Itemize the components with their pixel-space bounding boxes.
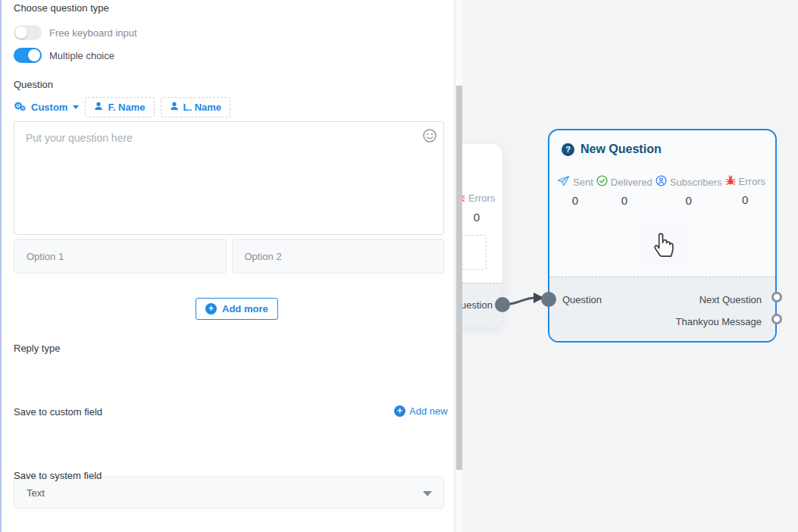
add-more-button[interactable]: + Add more xyxy=(196,298,278,320)
save-custom-field-label: Save to custom field xyxy=(14,406,102,418)
node-header: ? New Question xyxy=(549,130,775,156)
question-section-label: Question xyxy=(14,79,53,90)
panel-scrollbar[interactable] xyxy=(455,0,462,532)
custom-button-label: Custom xyxy=(31,102,67,113)
output-port-thankyou-message[interactable] xyxy=(771,314,782,324)
chevron-down-icon xyxy=(423,491,432,496)
reply-type-select[interactable]: Text xyxy=(14,477,444,509)
gears-icon: ⚙⚙ xyxy=(14,101,27,114)
stat-value: 0 xyxy=(572,194,578,207)
token-label: L. Name xyxy=(183,102,222,113)
new-question-node[interactable]: ? New Question Sent 0 xyxy=(548,129,777,343)
token-label: F. Name xyxy=(108,102,145,113)
first-name-token-button[interactable]: F. Name xyxy=(85,97,154,117)
option-2-input[interactable] xyxy=(232,239,445,274)
scrollbar-thumb[interactable] xyxy=(456,86,462,470)
custom-field-dropdown-button[interactable]: ⚙⚙ Custom xyxy=(14,101,79,114)
last-name-token-button[interactable]: L. Name xyxy=(161,97,231,117)
reply-type-value: Text xyxy=(27,487,45,499)
question-badge-icon: ? xyxy=(562,143,574,156)
toggle-label: Free keyboard input xyxy=(49,27,137,39)
stat-value: 0 xyxy=(621,194,627,207)
plus-circle-icon: + xyxy=(394,405,405,417)
reply-type-label: Reply type xyxy=(14,343,60,354)
save-system-field-label: Save to system field xyxy=(14,470,102,481)
option-1-input[interactable] xyxy=(14,239,227,274)
node-stats: Sent 0 Delivered 0 xyxy=(549,175,775,207)
add-more-label: Add more xyxy=(222,303,268,315)
stat-label: Sent xyxy=(573,177,593,188)
flow-builder-screen: Errors 0 uestion ? New Question xyxy=(0,0,798,532)
stat-value: 0 xyxy=(742,193,748,206)
person-icon xyxy=(170,102,179,113)
free-keyboard-toggle[interactable] xyxy=(14,25,42,40)
multiple-choice-toggle[interactable] xyxy=(14,48,42,63)
node-title: New Question xyxy=(581,142,662,156)
stat-subscribers: Subscribers 0 xyxy=(656,175,722,207)
stat-label: Errors xyxy=(739,176,765,187)
stat-label: Delivered xyxy=(611,177,652,188)
input-port-label: Question xyxy=(562,294,602,305)
choose-question-type-label: Choose question type xyxy=(14,2,109,14)
stat-errors: Errors 0 xyxy=(725,175,765,207)
emoji-picker-icon[interactable] xyxy=(422,128,437,143)
toggle-label: Multiple choice xyxy=(49,50,114,61)
input-port[interactable] xyxy=(541,292,556,307)
check-circle-icon xyxy=(596,175,608,189)
cursor-hand-icon xyxy=(640,221,687,267)
add-new-label: Add new xyxy=(409,405,448,417)
subscriber-icon xyxy=(656,175,667,189)
bug-icon xyxy=(725,175,736,188)
stat-label: Errors xyxy=(468,192,495,204)
send-icon xyxy=(557,175,570,189)
stat-sent: Sent 0 xyxy=(557,175,593,207)
output-port-next-question[interactable] xyxy=(771,292,782,302)
stat-value: 0 xyxy=(686,194,692,207)
question-textarea[interactable]: Put your question here xyxy=(14,121,444,235)
output-port-label: Thankyou Message xyxy=(676,316,762,327)
edge-source-port xyxy=(495,297,510,312)
output-port-label: Next Question xyxy=(699,294,762,305)
stat-label: Subscribers xyxy=(670,177,722,188)
plus-circle-icon: + xyxy=(205,303,217,315)
add-new-custom-field-link[interactable]: + Add new xyxy=(394,405,448,417)
stat-value: 0 xyxy=(470,211,483,224)
question-placeholder: Put your question here xyxy=(26,132,133,144)
chevron-down-icon xyxy=(73,105,79,109)
stat-delivered: Delivered 0 xyxy=(596,175,652,207)
question-config-panel: Choose question type Free keyboard input… xyxy=(0,0,455,532)
node-footer xyxy=(549,277,775,341)
person-icon xyxy=(94,102,103,113)
